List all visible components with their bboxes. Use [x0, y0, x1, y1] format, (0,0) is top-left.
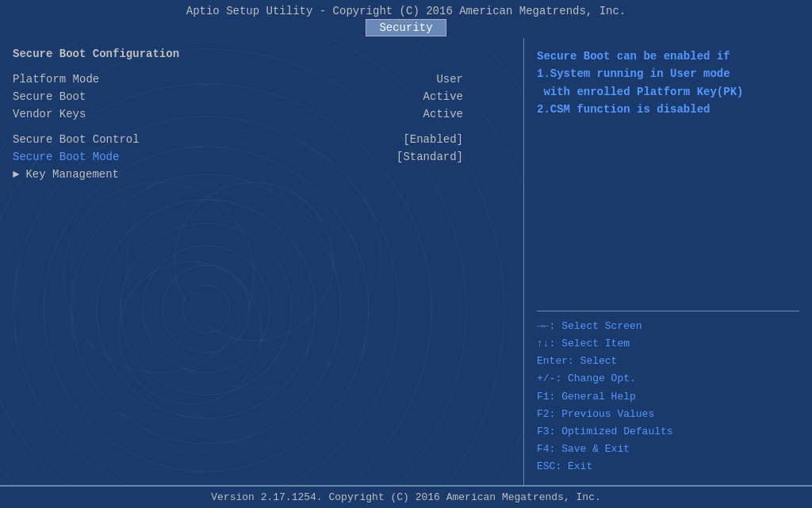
svg-point-2	[143, 246, 270, 372]
svg-point-11	[0, 38, 523, 485]
tab-security[interactable]: Security	[366, 19, 446, 36]
vendor-keys-item: Vendor Keys Active	[13, 108, 511, 120]
svg-point-17	[174, 182, 333, 341]
key-management-label: Key Management	[25, 168, 119, 181]
help-line-4: 2.CSM function is disabled	[537, 101, 799, 118]
svg-point-1	[163, 265, 250, 353]
shortcut-select-item: ↑↓: Select Item	[537, 335, 799, 353]
shortcut-select-screen: →←: Select Screen	[537, 318, 799, 335]
shortcut-enter: Enter: Select	[537, 353, 799, 370]
vendor-keys-value: Active	[423, 108, 463, 120]
platform-mode-item: Platform Mode User	[13, 73, 511, 86]
title-text: Aptio Setup Utility - Copyright (C) 2016…	[186, 5, 626, 17]
svg-point-12	[0, 38, 523, 485]
secure-boot-mode-item[interactable]: Secure Boot Mode [Standard]	[13, 151, 511, 163]
secure-boot-value: Active	[423, 90, 463, 103]
svg-point-3	[121, 223, 292, 395]
shortcut-f4: F4: Save & Exit	[537, 441, 799, 458]
secure-boot-item: Secure Boot Active	[13, 90, 511, 103]
content-area: Secure Boot Configuration Platform Mode …	[0, 38, 812, 485]
shortcut-f1: F1: General Help	[537, 388, 799, 406]
menu-separator-1	[13, 125, 511, 133]
shortcuts-area: →←: Select Screen ↑↓: Select Item Enter:…	[537, 304, 799, 476]
svg-point-6	[44, 147, 369, 472]
title-bar: Aptio Setup Utility - Copyright (C) 2016…	[0, 0, 812, 17]
svg-point-10	[0, 38, 504, 485]
secure-boot-control-value: [Enabled]	[403, 133, 463, 146]
section-title: Secure Boot Configuration	[13, 48, 511, 60]
secure-boot-label: Secure Boot	[13, 90, 86, 103]
svg-point-22	[16, 159, 365, 485]
svg-point-20	[119, 262, 262, 404]
svg-point-13	[0, 38, 523, 485]
svg-point-4	[97, 200, 316, 418]
footer-text: Version 2.17.1254. Copyright (C) 2016 Am…	[211, 491, 600, 503]
shortcuts-divider	[537, 311, 799, 311]
svg-point-21	[71, 214, 309, 452]
left-panel: Secure Boot Configuration Platform Mode …	[0, 38, 523, 485]
svg-point-5	[71, 174, 341, 444]
key-management-item[interactable]: ► Key Management	[13, 168, 511, 181]
footer: Version 2.17.1254. Copyright (C) 2016 Am…	[0, 485, 812, 508]
secure-boot-mode-value: [Standard]	[396, 151, 463, 163]
secure-boot-control-item[interactable]: Secure Boot Control [Enabled]	[13, 133, 511, 146]
shortcut-f2: F2: Previous Values	[537, 406, 799, 423]
shortcut-f3: F3: Optimized Defaults	[537, 423, 799, 441]
ripple-background	[0, 38, 523, 485]
arrow-icon: ►	[13, 168, 19, 181]
help-line-1: Secure Boot can be enabled if	[537, 48, 799, 65]
bios-container: Aptio Setup Utility - Copyright (C) 2016…	[0, 0, 812, 508]
shortcut-esc: ESC: Exit	[537, 458, 799, 476]
help-line-3: with enrolled Platform Key(PK)	[537, 83, 799, 101]
secure-boot-mode-label: Secure Boot Mode	[13, 151, 119, 163]
svg-point-14	[63, 182, 254, 372]
platform-mode-value: User	[436, 73, 463, 86]
vendor-keys-label: Vendor Keys	[13, 108, 86, 120]
right-panel: Secure Boot can be enabled if 1.System r…	[523, 38, 812, 485]
shortcut-change: +/-: Change Opt.	[537, 370, 799, 388]
help-text-area: Secure Boot can be enabled if 1.System r…	[537, 48, 799, 119]
secure-boot-control-label: Secure Boot Control	[13, 133, 140, 146]
platform-mode-label: Platform Mode	[13, 73, 99, 86]
tab-bar: Security	[0, 17, 812, 38]
svg-point-0	[182, 285, 230, 333]
help-line-2: 1.System running in User mode	[537, 65, 799, 82]
